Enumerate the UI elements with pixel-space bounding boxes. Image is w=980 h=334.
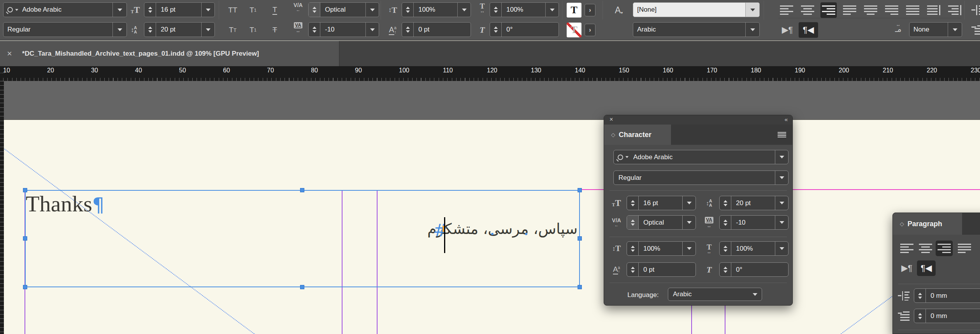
first-line-indent-field[interactable]: 0 mm — [914, 309, 980, 323]
rtl-direction-button[interactable]: ¶◀ — [799, 22, 818, 38]
document-tab[interactable]: × *DC_Tara_Mishandled_Archive_text_pages… — [0, 41, 339, 66]
arabic-text[interactable]: سپاس، مرسی، متشکرم — [427, 220, 578, 237]
justify-last-left-button[interactable] — [956, 241, 973, 256]
align-center-button[interactable] — [917, 241, 934, 256]
superscript-button[interactable]: T1 — [244, 2, 262, 18]
font-size-stepper[interactable] — [144, 3, 156, 17]
leading-field[interactable]: 20 pt — [144, 22, 215, 37]
ruler-label: 20 — [47, 67, 54, 74]
panel-baseline-shift-field[interactable]: 0 pt — [627, 262, 696, 277]
fill-color-swatch[interactable]: T — [567, 3, 581, 18]
baseline-shift-value[interactable]: 0 pt — [414, 26, 471, 33]
panel-kerning-field[interactable]: Optical — [627, 215, 696, 230]
skew-field[interactable]: 0° — [490, 22, 559, 37]
heading-text[interactable]: Thanks¶ — [26, 191, 105, 217]
align-left-button[interactable] — [898, 241, 915, 256]
divider — [602, 1, 603, 19]
panel-menu-icon[interactable] — [778, 132, 786, 137]
panel-language-combo[interactable]: Arabic — [668, 288, 762, 301]
panel-leading-field[interactable]: 20 pt — [719, 196, 789, 210]
justify-last-right-button[interactable] — [883, 2, 900, 18]
align-right-button[interactable] — [820, 2, 837, 18]
frame-handle-bottom-right[interactable] — [578, 285, 582, 289]
panel-vertical-scale-field[interactable]: 100% — [627, 241, 696, 256]
horizontal-scale-field[interactable]: 100% — [490, 2, 559, 17]
first-line-indent-button[interactable] — [970, 22, 980, 38]
language-combo[interactable]: Arabic — [633, 22, 760, 37]
right-indent-button[interactable] — [970, 2, 980, 18]
font-size-dropdown[interactable] — [201, 3, 214, 17]
font-family-combo[interactable]: Adobe Arabic — [3, 2, 127, 17]
horizontal-scale-value[interactable]: 100% — [502, 6, 545, 14]
character-style-combo[interactable]: [None] — [633, 2, 760, 17]
ltr-direction-button[interactable]: ▶¶ — [778, 22, 796, 38]
ruler-label: 10 — [3, 67, 10, 74]
frame-handle-bottom-left[interactable] — [23, 285, 27, 289]
panel-tracking-field[interactable]: -10 — [719, 215, 789, 230]
left-indent-field[interactable]: 0 mm — [914, 288, 980, 303]
character-panel-tabs: ◇ Character — [604, 125, 792, 145]
frame-handle-top-left[interactable] — [23, 188, 27, 192]
vertical-ruler[interactable] — [0, 81, 4, 334]
leading-value[interactable]: 20 pt — [156, 26, 201, 33]
align-towards-spine-button[interactable] — [926, 2, 942, 18]
baseline-shift-field[interactable]: 0 pt — [402, 22, 471, 37]
kerning-dropdown[interactable] — [365, 3, 379, 17]
text-frame[interactable] — [25, 190, 580, 287]
justify-all-button[interactable] — [904, 2, 921, 18]
vertical-scale-field[interactable]: 100% — [402, 2, 471, 17]
ruler-label: 180 — [751, 67, 761, 74]
ruler-label: 70 — [267, 67, 274, 74]
panel-skew-field[interactable]: 0° — [719, 262, 789, 277]
close-icon[interactable]: × — [609, 116, 613, 123]
frame-handle-bottom-center[interactable] — [300, 285, 304, 289]
font-style-combo[interactable]: Regular — [3, 22, 127, 37]
small-caps-button[interactable]: TT — [224, 22, 241, 38]
horizontal-ruler[interactable]: ··· 102030405060708090100110120130140150… — [0, 66, 980, 81]
kerning-value[interactable]: Optical — [320, 6, 365, 14]
frame-handle-top-right[interactable] — [578, 188, 582, 192]
all-caps-button[interactable]: TT — [224, 2, 241, 18]
kerning-stepper[interactable] — [309, 3, 320, 17]
frame-handle-top-center[interactable] — [300, 188, 304, 192]
fill-more-button[interactable]: › — [585, 4, 595, 16]
align-right-button[interactable] — [936, 241, 953, 256]
subscript-button[interactable]: T1 — [244, 22, 262, 38]
align-left-button[interactable] — [778, 2, 795, 18]
rtl-direction-button[interactable]: ¶◀ — [917, 260, 936, 276]
justify-last-center-button[interactable] — [862, 2, 879, 18]
panel-horizontal-scale-field[interactable]: 100% — [719, 241, 789, 256]
font-size-value[interactable]: 16 pt — [156, 6, 201, 14]
ruler-label: 60 — [223, 67, 230, 74]
stroke-color-swatch[interactable]: T — [567, 23, 581, 37]
strikethrough-button[interactable]: T — [266, 22, 283, 38]
frame-handle-mid-right[interactable] — [578, 236, 582, 241]
vertical-scale-icon: ↕T — [385, 2, 400, 18]
panel-font-size-field[interactable]: 16 pt — [627, 196, 696, 210]
vertical-scale-value[interactable]: 100% — [414, 6, 457, 14]
collapse-icon[interactable]: « — [785, 116, 787, 123]
align-center-button[interactable] — [799, 2, 816, 18]
kashida-combo[interactable]: None — [909, 22, 962, 37]
frame-handle-mid-left[interactable] — [23, 236, 27, 241]
justify-last-left-button[interactable] — [841, 2, 858, 18]
align-away-from-spine-button[interactable] — [947, 2, 963, 18]
panel-font-style-combo[interactable]: Regular — [613, 171, 789, 185]
ltr-direction-button[interactable]: ▶¶ — [898, 260, 915, 276]
stroke-more-button[interactable]: › — [585, 24, 595, 36]
font-family-dropdown[interactable] — [112, 3, 126, 17]
tab-character[interactable]: ◇ Character — [604, 125, 671, 145]
tab-paragraph[interactable]: ◇ Paragraph — [893, 213, 962, 235]
font-size-field[interactable]: 16 pt — [144, 2, 215, 17]
skew-value[interactable]: 0° — [502, 26, 558, 33]
tracking-value[interactable]: -10 — [320, 26, 365, 33]
ruler-label: 150 — [619, 67, 629, 74]
panel-font-family-combo[interactable]: Adobe Arabic — [613, 150, 789, 164]
underline-button[interactable]: T — [266, 2, 283, 18]
language-value: Arabic — [633, 26, 745, 33]
kerning-field[interactable]: Optical — [308, 2, 379, 17]
chevron-down-icon — [625, 156, 629, 158]
tracking-field[interactable]: -10 — [308, 22, 379, 37]
panel-diamond-icon: ◇ — [611, 132, 615, 138]
close-icon[interactable]: × — [7, 49, 12, 59]
